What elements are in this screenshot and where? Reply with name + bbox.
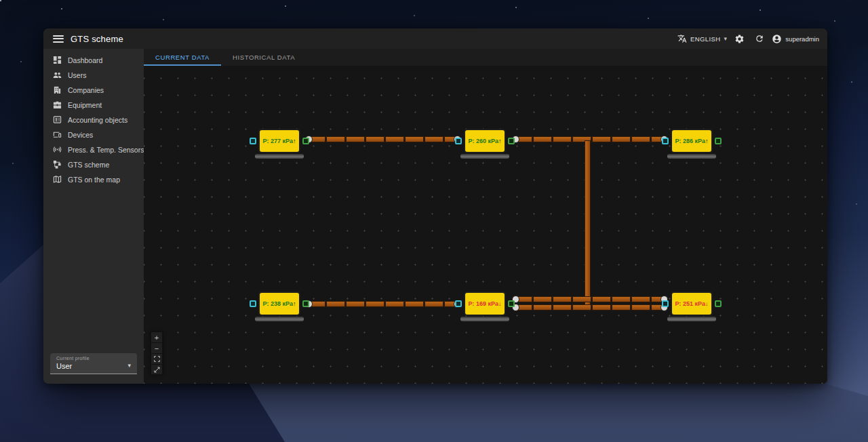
sidebar-item-label: Companies <box>68 86 104 94</box>
refresh-button[interactable] <box>751 31 768 47</box>
pipe-top-left[interactable] <box>307 136 460 142</box>
tab-current-data[interactable]: CURRENT DATA <box>144 49 221 66</box>
sidebar-item-sensors[interactable]: Press. & Temp. Sensors <box>43 142 144 157</box>
current-profile-value: User <box>56 362 132 370</box>
pressure-text: P: 286 кPa <box>675 138 705 144</box>
app-titlebar: GTS scheme ENGLISH ▾ <box>43 28 827 49</box>
equipment-icon <box>53 100 62 110</box>
sidebar-item-users[interactable]: Users <box>43 68 144 83</box>
user-icon <box>772 34 782 44</box>
settings-button[interactable] <box>731 31 747 47</box>
sensor-value: P: 260 кPa↑ <box>468 138 501 144</box>
tab-historical-data[interactable]: HISTORICAL DATA <box>221 49 307 66</box>
sidebar-item-equipment[interactable]: Equipment <box>43 98 144 113</box>
user-menu[interactable]: superadmin <box>772 34 819 44</box>
current-profile-select[interactable]: Current profile User ▾ <box>50 353 137 374</box>
fit-view-button[interactable] <box>151 353 163 364</box>
sidebar-item-label: Users <box>68 71 86 79</box>
node-handle-left[interactable] <box>662 138 669 144</box>
sidebar-item-gts-on-the-map[interactable]: GTS on the map <box>43 172 144 187</box>
node-handle-right[interactable] <box>715 300 722 307</box>
sidebar-item-gts-scheme[interactable]: GTS scheme <box>43 157 144 172</box>
pipe-bottom-right-lower[interactable] <box>513 304 667 310</box>
node-handle-left[interactable] <box>662 300 669 307</box>
node-handle-right[interactable] <box>508 300 515 307</box>
desktop-wallpaper: GTS scheme ENGLISH ▾ <box>0 0 868 442</box>
sensor-node-bottom-right[interactable]: P: 251 кPa↓ <box>671 292 713 316</box>
pressure-text: P: 260 кPa <box>468 138 498 144</box>
node-stand <box>667 317 716 321</box>
node-handle-left[interactable] <box>250 138 256 144</box>
window-body: Dashboard Users Companies Equipment Acco… <box>43 49 827 384</box>
pressure-text: P: 277 кPa <box>262 138 293 144</box>
node-stand <box>255 154 304 159</box>
sensor-node-top-right[interactable]: P: 286 кPa↑ <box>671 129 713 153</box>
fit-view-icon <box>154 356 160 362</box>
sidebar-item-label: GTS scheme <box>68 161 109 169</box>
sensor-value: P: 169 кPa↓ <box>468 300 501 307</box>
username-label: superadmin <box>785 35 819 43</box>
node-handle-right[interactable] <box>302 300 309 307</box>
pressure-text: P: 169 кPa <box>468 300 498 307</box>
trend-arrow-icon: ↑ <box>293 300 296 307</box>
sidebar-item-accounting-objects[interactable]: Accounting objects <box>43 113 144 127</box>
trend-arrow-icon: ↑ <box>498 138 502 144</box>
pressure-text: P: 238 кPa <box>262 300 293 307</box>
trend-arrow-icon: ↓ <box>705 300 709 307</box>
zoom-out-button[interactable]: − <box>151 342 163 353</box>
minus-icon: − <box>155 344 159 353</box>
sensor-node-top-middle[interactable]: P: 260 кPa↑ <box>464 129 506 153</box>
zoom-in-button[interactable]: + <box>151 332 163 342</box>
sidebar-item-label: Press. & Temp. Sensors <box>68 146 144 154</box>
language-selector[interactable]: ENGLISH ▾ <box>677 34 727 43</box>
current-profile-label: Current profile <box>56 356 132 361</box>
accounting-objects-icon <box>53 115 62 125</box>
node-handle-left[interactable] <box>455 300 462 307</box>
main-area: CURRENT DATA HISTORICAL DATA <box>144 49 827 384</box>
node-handle-right[interactable] <box>302 138 309 144</box>
pipe-vertical[interactable] <box>585 140 591 310</box>
sensor-value: P: 251 кPa↓ <box>675 300 708 307</box>
pipe-bottom-left[interactable] <box>307 301 460 307</box>
sidebar-item-dashboard[interactable]: Dashboard <box>43 53 144 68</box>
dashboard-icon <box>53 56 62 66</box>
tab-bar: CURRENT DATA HISTORICAL DATA <box>144 49 827 66</box>
sidebar-item-companies[interactable]: Companies <box>43 83 144 98</box>
scheme-canvas[interactable]: P: 277 кPa↑ P: 260 кPa↑ P: 286 кPa↑ <box>144 66 827 384</box>
pipe-bottom-right-upper[interactable] <box>513 296 667 302</box>
sensor-node-bottom-middle[interactable]: P: 169 кPa↓ <box>464 292 506 316</box>
users-icon <box>53 71 62 81</box>
chevron-down-icon: ▾ <box>724 35 727 42</box>
trend-arrow-icon: ↑ <box>293 138 296 144</box>
titlebar-actions: ENGLISH ▾ superadmin <box>677 31 819 47</box>
scheme-icon <box>53 160 62 170</box>
sidebar-item-label: GTS on the map <box>68 176 120 184</box>
plus-icon: + <box>155 334 159 342</box>
node-stand <box>460 154 509 159</box>
sensor-value: P: 286 кPa↑ <box>675 138 708 144</box>
node-handle-left[interactable] <box>455 138 462 144</box>
node-handle-right[interactable] <box>508 138 515 144</box>
devices-icon <box>53 130 62 140</box>
sidebar-item-label: Devices <box>68 131 93 139</box>
sensor-node-top-left[interactable]: P: 277 кPa↑ <box>258 129 300 153</box>
sensor-value: P: 277 кPa↑ <box>262 138 296 144</box>
tab-label: HISTORICAL DATA <box>233 54 295 61</box>
sidebar-item-devices[interactable]: Devices <box>43 127 144 142</box>
tab-label: CURRENT DATA <box>155 54 210 61</box>
node-handle-right[interactable] <box>715 138 722 144</box>
node-handle-left[interactable] <box>250 300 256 307</box>
pressure-text: P: 251 кPa <box>675 300 705 307</box>
menu-hamburger-icon[interactable] <box>53 35 64 43</box>
expand-button[interactable] <box>151 364 163 375</box>
sidebar-item-label: Accounting objects <box>68 116 127 124</box>
node-stand <box>255 317 304 321</box>
language-label: ENGLISH <box>690 35 721 43</box>
sidebar-item-label: Equipment <box>68 101 102 109</box>
flow-controls: + − <box>151 332 163 375</box>
sensor-node-bottom-left[interactable]: P: 238 кPa↑ <box>258 292 300 316</box>
trend-arrow-icon: ↑ <box>705 138 709 144</box>
sidebar: Dashboard Users Companies Equipment Acco… <box>43 49 144 384</box>
sensors-icon <box>53 145 62 155</box>
page-title: GTS scheme <box>71 34 123 44</box>
